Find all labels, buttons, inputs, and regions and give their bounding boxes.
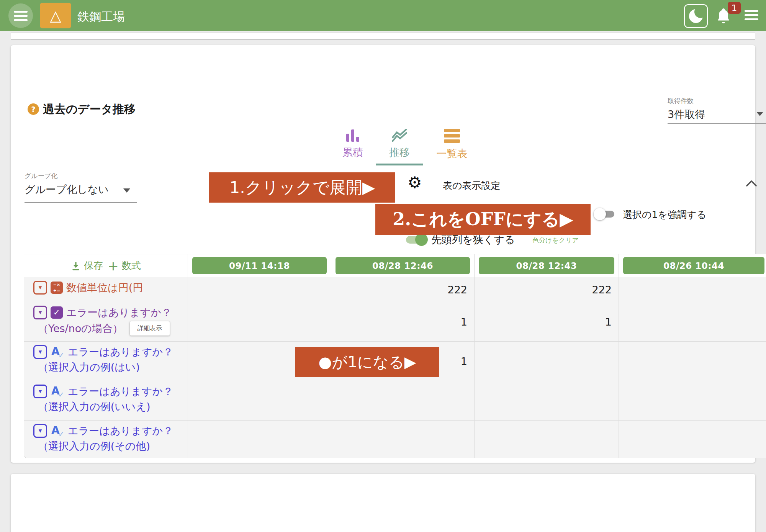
tab-label: 一覧表	[437, 147, 468, 160]
row-label: エラーはありますか？ （選択入力の例(いいえ)	[24, 381, 188, 421]
row-dropdown-icon[interactable]	[33, 306, 47, 319]
clear-colors-link[interactable]: 色分けをクリア	[532, 236, 579, 245]
fetch-count-select[interactable]: 取得件数 3件取得	[668, 97, 766, 124]
menu-icon	[745, 10, 758, 20]
highlight-selected-label: 選択の1を強調する	[623, 208, 706, 221]
overflow-menu-button[interactable]	[745, 10, 758, 20]
app-title: 鉄鋼工場	[77, 9, 125, 25]
annotation-step2: 2.これをOFFにする▶	[375, 204, 591, 235]
table-cell	[619, 302, 766, 342]
annotation-step3: ●が1になる▶	[295, 347, 439, 377]
row-dropdown-icon[interactable]	[33, 424, 47, 438]
row-subtitle: （選択入力の例(はい)	[38, 361, 140, 374]
date-column-button[interactable]: 08/28 12:43	[479, 257, 614, 274]
grouping-select[interactable]: グループ化 グループ化しない	[25, 172, 137, 203]
table-cell	[619, 277, 766, 302]
detail-view-button[interactable]: 詳細表示	[130, 321, 170, 336]
date-column-button[interactable]: 08/28 12:46	[336, 257, 470, 274]
grouping-label: グループ化	[25, 172, 137, 180]
tab-trend[interactable]: 推移	[376, 129, 423, 159]
select-underline	[668, 123, 766, 124]
table-cell	[619, 381, 766, 421]
tags-panel: レポートにセットされたタグ	[11, 474, 755, 532]
column-header: 09/11 14:18	[188, 254, 331, 277]
tab-label: 累積	[342, 146, 363, 159]
help-icon[interactable]	[28, 103, 39, 115]
app-bar: 鉄鋼工場 1	[0, 0, 766, 31]
table-cell	[619, 342, 766, 381]
fetch-count-label: 取得件数	[668, 97, 766, 105]
active-tab-indicator	[376, 164, 423, 165]
tab-list[interactable]: 一覧表	[427, 129, 477, 160]
formula-button[interactable]: + 数式	[108, 259, 141, 272]
row-label: エラーはありますか？ （選択入力の例(その他)	[24, 421, 188, 458]
date-column-button[interactable]: 08/26 10:44	[623, 257, 764, 274]
row-dropdown-icon[interactable]	[33, 281, 47, 295]
table-cell: 1	[475, 302, 619, 342]
tab-label: 推移	[389, 146, 410, 159]
table-cell	[188, 381, 331, 421]
table-cell	[188, 302, 331, 342]
table-cell	[475, 421, 619, 458]
table-cell	[331, 381, 475, 421]
text-select-icon	[51, 345, 64, 358]
formula-label: 数式	[122, 259, 141, 272]
table-cell: 1	[331, 302, 475, 342]
row-label: エラーはありますか？ （選択入力の例(はい)	[24, 342, 188, 381]
table-cell	[475, 381, 619, 421]
row-dropdown-icon[interactable]	[33, 345, 47, 359]
row-title: エラーはありますか？	[66, 306, 172, 319]
table-cell: 222	[331, 277, 475, 302]
table-cell	[188, 277, 331, 302]
bar-chart-icon	[346, 129, 359, 142]
plus-icon: +	[108, 259, 119, 272]
date-column-button[interactable]: 09/11 14:18	[192, 257, 327, 274]
moon-icon	[689, 9, 703, 23]
table-cell	[475, 342, 619, 381]
app-logo[interactable]	[40, 3, 71, 28]
row-title: エラーはありますか？	[68, 424, 173, 437]
annotation-step1: 1.クリックで展開▶	[209, 172, 395, 203]
hamburger-icon	[14, 11, 28, 21]
row-subtitle: （選択入力の例(いいえ)	[38, 400, 151, 413]
chevron-up-icon	[745, 180, 758, 187]
highlight-selected-toggle[interactable]	[594, 208, 617, 220]
row-label: 数値単位は円(円	[24, 277, 188, 302]
list-icon	[444, 129, 460, 143]
tab-cumulative[interactable]: 累積	[334, 129, 372, 159]
history-panel: 過去のデータ推移 取得件数 3件取得 累積 推移 一覧表 グループ化	[11, 45, 755, 463]
row-title: 数値単位は円(円	[66, 281, 143, 294]
panel-title: 過去のデータ推移	[43, 101, 136, 117]
column-header: 08/28 12:43	[475, 254, 619, 277]
row-title: エラーはありますか？	[68, 385, 173, 398]
narrow-first-column-label: 先頭列を狭くする	[431, 233, 515, 247]
page: 鉄鋼工場 1 過去のデータ推移 取得件数 3件取得 累積	[0, 0, 766, 532]
row-subtitle: （Yes/noの場合）	[38, 322, 123, 335]
grouping-value: グループ化しない	[25, 183, 137, 196]
table-toolbar-cell: 保存 + 数式	[24, 254, 188, 277]
gear-icon[interactable]	[408, 175, 422, 191]
text-select-icon	[51, 385, 64, 398]
dark-mode-button[interactable]	[684, 4, 708, 28]
row-subtitle: （選択入力の例(その他)	[38, 440, 150, 453]
table-cell	[331, 421, 475, 458]
collapse-settings-button[interactable]	[745, 180, 758, 188]
table-cell: 222	[475, 277, 619, 302]
row-label: エラーはありますか？ （Yes/noの場合） 詳細表示	[24, 302, 188, 342]
download-icon	[71, 261, 81, 271]
column-header: 08/28 12:46	[331, 254, 475, 277]
save-button[interactable]: 保存	[71, 259, 103, 272]
table-cell	[188, 421, 331, 458]
previous-card-edge	[11, 33, 755, 40]
save-label: 保存	[84, 259, 103, 272]
narrow-first-column-toggle[interactable]	[405, 233, 429, 246]
line-chart-icon	[390, 129, 409, 142]
select-underline	[25, 202, 137, 203]
row-dropdown-icon[interactable]	[33, 385, 47, 398]
sidebar-menu-button[interactable]	[8, 3, 33, 28]
dropdown-arrow-icon	[123, 188, 130, 193]
checkbox-icon	[51, 306, 63, 319]
toggle-thumb	[594, 208, 606, 220]
dropdown-arrow-icon	[756, 112, 763, 116]
table-settings-title: 表の表示設定	[443, 179, 501, 192]
